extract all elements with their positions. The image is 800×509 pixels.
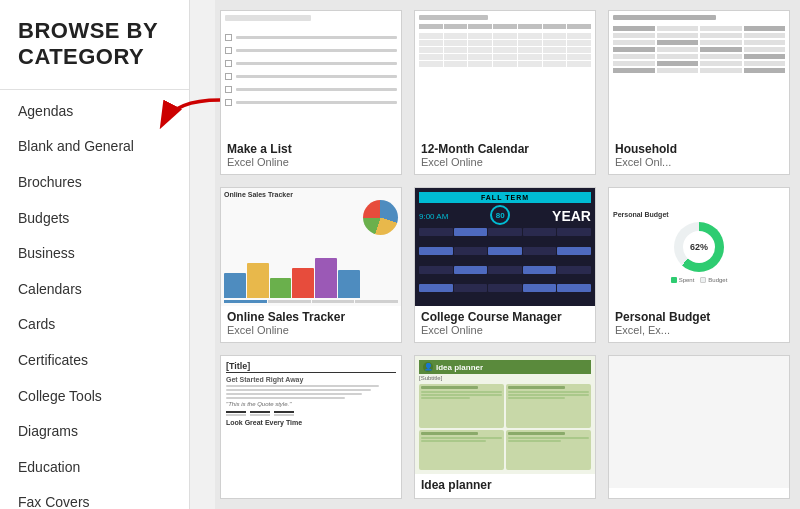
template-card-title[interactable]: [Title] Get Started Right Away "This is … [220, 355, 402, 499]
sidebar-item-calendars[interactable]: Calendars [0, 272, 189, 308]
template-info-household: Household Excel Onl... [609, 138, 789, 174]
template-title: College Course Manager [421, 310, 589, 324]
template-title: Make a List [227, 142, 395, 156]
template-source: Excel, Ex... [615, 324, 783, 336]
template-thumb-blank [609, 356, 789, 488]
sidebar: BROWSE BYCATEGORY Agendas Blank and Gene… [0, 0, 190, 509]
template-thumb-make-a-list [221, 11, 401, 138]
template-thumb-personal-budget: Personal Budget 62% Spent Budget [609, 188, 789, 306]
template-card-household[interactable]: Household Excel Onl... [608, 10, 790, 175]
title-quote-label: "This is the Quote style." [226, 401, 396, 407]
template-thumb-title: [Title] Get Started Right Away "This is … [221, 356, 401, 488]
idea-cell [506, 430, 591, 471]
template-info-college-manager: College Course Manager Excel Online [415, 306, 595, 342]
template-card-blank[interactable] [608, 355, 790, 499]
template-info-personal-budget: Personal Budget Excel, Ex... [609, 306, 789, 342]
sidebar-item-agendas[interactable]: Agendas [0, 94, 189, 130]
idea-cell [419, 384, 504, 428]
template-info-sales-tracker: Online Sales Tracker Excel Online [221, 306, 401, 342]
sidebar-item-brochures[interactable]: Brochures [0, 165, 189, 201]
template-source: Excel Online [421, 156, 589, 168]
template-info-calendar: 12-Month Calendar Excel Online [415, 138, 595, 174]
look-great-label: Look Great Every Time [226, 419, 396, 426]
template-title: Household [615, 142, 783, 156]
title-subheading-label: Get Started Right Away [226, 376, 396, 383]
template-source: Excel Online [227, 324, 395, 336]
idea-cell [506, 384, 591, 428]
template-thumb-idea-planner: 👤 Idea planner [Subtitle] [415, 356, 595, 474]
template-title: Online Sales Tracker [227, 310, 395, 324]
template-thumb-household [609, 11, 789, 138]
sidebar-item-certificates[interactable]: Certificates [0, 343, 189, 379]
sidebar-item-education[interactable]: Education [0, 450, 189, 486]
sidebar-title: BROWSE BYCATEGORY [0, 0, 189, 85]
template-card-college-manager[interactable]: FALL TERM 9:00 AM 80 YEAR [414, 187, 596, 343]
template-card-personal-budget[interactable]: Personal Budget 62% Spent Budget Persona… [608, 187, 790, 343]
sidebar-item-diagrams[interactable]: Diagrams [0, 414, 189, 450]
person-icon: 👤 [423, 362, 433, 372]
template-info-title [221, 488, 401, 498]
template-source: Excel Online [227, 156, 395, 168]
sidebar-divider [0, 89, 189, 90]
sidebar-item-cards[interactable]: Cards [0, 307, 189, 343]
template-title: Personal Budget [615, 310, 783, 324]
sidebar-item-business[interactable]: Business [0, 236, 189, 272]
idea-cell [419, 430, 504, 471]
template-grid: Make a List Excel Online [215, 0, 800, 509]
template-source: Excel Online [421, 324, 589, 336]
sidebar-item-blank-general[interactable]: Blank and General [0, 129, 189, 165]
sidebar-item-college-tools[interactable]: College Tools [0, 379, 189, 415]
template-card-idea-planner[interactable]: 👤 Idea planner [Subtitle] [414, 355, 596, 499]
sidebar-item-budgets[interactable]: Budgets [0, 201, 189, 237]
template-card-sales-tracker[interactable]: Online Sales Tracker [220, 187, 402, 343]
template-title: Idea planner [421, 478, 589, 492]
template-thumb-calendar [415, 11, 595, 138]
template-card-calendar[interactable]: 12-Month Calendar Excel Online [414, 10, 596, 175]
ccm-fall-term-label: FALL TERM [419, 192, 591, 203]
donut-percentage: 62% [683, 231, 715, 263]
template-info-blank [609, 488, 789, 498]
template-title: 12-Month Calendar [421, 142, 589, 156]
template-thumb-college-manager: FALL TERM 9:00 AM 80 YEAR [415, 188, 595, 306]
ccm-time: 9:00 AM [419, 212, 448, 221]
idea-header: 👤 Idea planner [419, 360, 591, 374]
template-info-make-a-list: Make a List Excel Online [221, 138, 401, 174]
template-source: Excel Onl... [615, 156, 783, 168]
template-info-idea-planner: Idea planner [415, 474, 595, 498]
template-thumb-sales-tracker: Online Sales Tracker [221, 188, 401, 306]
title-heading-label: [Title] [226, 361, 396, 373]
idea-planner-label: Idea planner [436, 363, 483, 372]
donut-chart: 62% [674, 222, 724, 272]
sidebar-item-fax-covers[interactable]: Fax Covers [0, 485, 189, 509]
template-card-make-a-list[interactable]: Make a List Excel Online [220, 10, 402, 175]
ccm-year: YEAR [552, 209, 591, 223]
